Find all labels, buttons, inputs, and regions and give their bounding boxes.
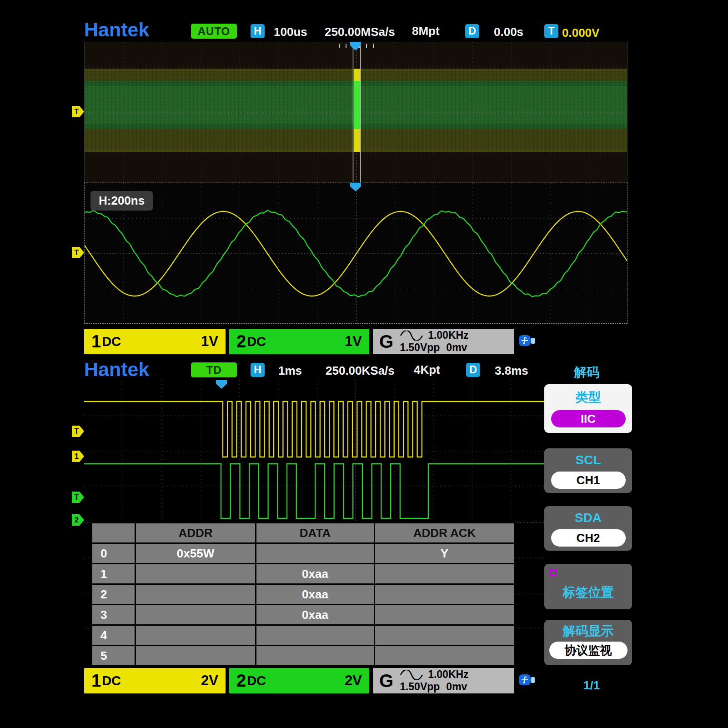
menu-type-label: 类型 [544, 389, 632, 406]
menu-type-value[interactable]: IIC [551, 410, 626, 427]
table-cell-addr [136, 626, 255, 645]
generator-offset: 0mv [446, 681, 467, 693]
generator-frequency: 1.00KHz [428, 329, 468, 341]
table-cell-data [256, 626, 374, 645]
ch2-coupling: DC [247, 334, 266, 349]
menu-label-position[interactable]: 标签位置 [544, 564, 632, 609]
memory-depth-readout: 8Mpt [412, 24, 440, 38]
menu-decode-display-value[interactable]: 协议监视 [549, 642, 628, 659]
acquisition-mode-badge: AUTO [191, 24, 237, 39]
sine-icon [400, 331, 423, 341]
menu-type[interactable]: 类型 IIC [544, 384, 632, 433]
table-cell-ack [375, 564, 514, 583]
label-position-icon [550, 569, 557, 576]
usb-icon [518, 673, 537, 687]
ch2-scale: 1V [345, 333, 362, 350]
trigger-level-marker-ch1[interactable]: T [72, 106, 84, 117]
table-cell-ack [375, 585, 514, 604]
menu-scl-label: SCL [544, 453, 632, 467]
square-wave-traces [84, 402, 544, 518]
table-cell-data: 0xaa [256, 564, 374, 583]
trigger-level-marker-ch1[interactable]: T [72, 426, 84, 437]
ch2-scale: 2V [345, 673, 362, 689]
ch1-coupling: DC [102, 673, 121, 688]
main-waveform-area [84, 42, 628, 183]
zoom-sliver-ch1-bottom [354, 129, 360, 152]
decode-menu-title: 解码 [574, 364, 599, 381]
generator-offset: 0mv [446, 341, 467, 354]
ch1-status-box[interactable]: 1 DC 1V [84, 329, 226, 354]
menu-scl[interactable]: SCL CH1 [544, 448, 632, 493]
ch1-coupling: DC [102, 334, 121, 349]
delay-icon: D [466, 363, 480, 377]
sine-icon [400, 670, 423, 680]
menu-decode-display[interactable]: 解码显示 协议监视 [544, 620, 632, 665]
table-row-index: 3 [92, 605, 135, 624]
ch1-scale: 2V [201, 673, 218, 689]
sample-rate-readout: 250.00MSa/s [325, 25, 395, 39]
ch1-number: 1 [91, 332, 101, 351]
menu-sda[interactable]: SDA CH2 [544, 506, 632, 551]
zoom-sliver-ch2 [354, 81, 360, 129]
table-cell-addr: 0x55W [136, 544, 255, 563]
usb-icon [518, 334, 537, 347]
table-cell-addr [136, 605, 255, 624]
table-cell-data: 0xaa [256, 585, 374, 604]
table-cell-data [256, 544, 374, 563]
brand-logo: Hantek [84, 20, 149, 40]
zoom-waveform [85, 183, 628, 324]
table-header-ack: ADDR ACK [375, 523, 514, 542]
trigger-icon: T [544, 24, 558, 38]
table-row-index: 5 [92, 646, 135, 665]
menu-label-position-text: 标签位置 [544, 584, 632, 601]
generator-label: G [379, 671, 393, 691]
trigger-level-marker-ch2[interactable]: T [72, 492, 84, 503]
ch2-status-box[interactable]: 2 DC 2V [229, 668, 369, 693]
delay-icon: D [465, 24, 479, 38]
generator-frequency: 1.00KHz [428, 668, 468, 681]
generator-status-box[interactable]: G 1.00KHz 1.50Vpp 0mv [373, 668, 514, 693]
menu-sda-value[interactable]: CH2 [551, 529, 626, 547]
decode-table: ADDR DATA ADDR ACK 0 0x55W Y 1 0xaa 2 0x… [91, 522, 515, 667]
zoom-sliver-ch1-top [354, 69, 360, 81]
generator-amplitude: 1.50Vpp [400, 681, 440, 693]
table-cell-addr [136, 585, 255, 604]
ch2-ground-marker[interactable]: 2 [72, 514, 84, 526]
ch1-number: 1 [91, 671, 101, 691]
ch2-number: 2 [236, 671, 246, 691]
zoom-timebase-label: H:200ns [90, 191, 153, 211]
compressed-waveform [85, 42, 628, 183]
delay-readout: 0.00s [494, 25, 523, 39]
table-header-addr: ADDR [136, 523, 255, 542]
table-row-index: 0 [92, 544, 135, 563]
generator-amplitude: 1.50Vpp [400, 341, 440, 354]
acquisition-mode-badge: TD [191, 362, 237, 377]
table-cell-ack [375, 605, 514, 624]
ch1-ground-marker[interactable]: 1 [72, 451, 84, 462]
generator-label: G [379, 331, 393, 352]
zoom-trigger-level-marker[interactable]: T [72, 247, 84, 258]
sample-rate-readout: 250.00KSa/s [326, 364, 395, 378]
table-cell-ack: Y [375, 544, 514, 563]
ch1-status-box[interactable]: 1 DC 2V [84, 668, 226, 693]
ch2-number: 2 [236, 332, 246, 351]
generator-status-box[interactable]: G 1.00KHz 1.50Vpp 0mv [373, 329, 514, 354]
table-cell-addr [136, 564, 255, 583]
table-cell-addr [136, 646, 255, 665]
memory-depth-readout: 4Kpt [414, 363, 440, 377]
menu-scl-value[interactable]: CH1 [551, 472, 626, 489]
table-row-index: 2 [92, 585, 135, 604]
table-cell-ack [375, 646, 514, 665]
table-row-index: 1 [92, 564, 135, 583]
brand-logo: Hantek [84, 360, 149, 379]
ch2-status-box[interactable]: 2 DC 1V [229, 329, 369, 354]
menu-page-indicator: 1/1 [583, 678, 600, 693]
menu-decode-display-label: 解码显示 [544, 623, 632, 640]
ch2-coupling: DC [247, 673, 266, 688]
table-row-index: 4 [92, 626, 135, 645]
table-cell-data: 0xaa [256, 605, 374, 624]
ch1-scale: 1V [201, 333, 218, 350]
menu-sda-label: SDA [544, 511, 632, 525]
timebase-readout: 1ms [278, 364, 302, 378]
horizontal-icon: H [251, 363, 265, 377]
